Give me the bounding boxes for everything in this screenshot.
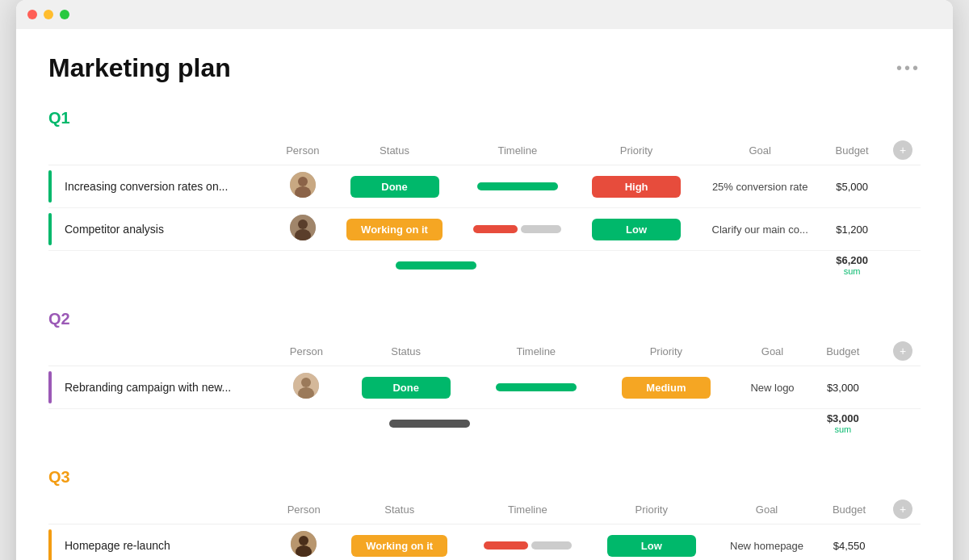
section-label-q3: Q3 — [48, 468, 921, 487]
col-add-q2: + — [875, 336, 921, 366]
task-cell: Increasing conversion rates on... — [48, 165, 275, 208]
col-add-q1: + — [880, 136, 921, 165]
col-task-q3 — [48, 495, 275, 524]
avatar — [290, 172, 316, 198]
priority-badge: Low — [607, 535, 696, 557]
person-cell — [275, 208, 331, 251]
row-action-cell — [879, 524, 921, 561]
priority-cell: High — [577, 165, 696, 208]
priority-cell: Low — [589, 524, 714, 561]
budget-cell: $5,000 — [824, 165, 880, 208]
col-status-q1: Status — [331, 136, 459, 165]
bar-segment-red — [473, 225, 518, 233]
task-cell: Rebranding campaign with new... — [48, 366, 275, 409]
row-border — [48, 371, 52, 403]
sum-bar-dark — [389, 420, 470, 428]
row-action-cell — [880, 165, 921, 208]
status-badge: Done — [350, 176, 439, 198]
table-row: Rebranding campaign with new... — [48, 366, 921, 409]
svg-point-1 — [298, 177, 308, 186]
col-priority-q2: Priority — [598, 336, 734, 366]
priority-cell: Low — [577, 208, 696, 251]
timeline-bar — [481, 383, 590, 391]
avatar — [290, 215, 316, 240]
budget-cell: $1,200 — [824, 208, 880, 251]
sum-label: sum — [819, 424, 866, 434]
bar-segment — [496, 383, 577, 391]
sum-label: sum — [832, 266, 872, 276]
close-dot[interactable] — [27, 10, 37, 19]
col-person-q3: Person — [275, 495, 333, 524]
row-action-cell — [875, 366, 921, 409]
table-row: Homepage re-launch — [48, 524, 921, 561]
titlebar — [16, 0, 953, 29]
app-window: Marketing plan ••• Q1 Person Status Time… — [16, 0, 953, 560]
bar-segment — [477, 182, 558, 190]
col-priority-q3: Priority — [589, 495, 714, 524]
sum-bar — [396, 261, 476, 270]
bar-segment-gray — [521, 225, 561, 233]
task-name: Competitor analysis — [65, 223, 164, 236]
maximize-dot[interactable] — [60, 10, 69, 19]
add-column-q3-button[interactable]: + — [893, 499, 912, 519]
budget-cell: $4,550 — [820, 524, 879, 561]
sum-timeline — [57, 420, 803, 428]
section-label-q1: Q1 — [48, 109, 921, 127]
col-timeline-q1: Timeline — [458, 136, 577, 165]
priority-badge: Low — [592, 219, 681, 240]
more-options-button[interactable]: ••• — [896, 59, 921, 77]
bar-segment-gray — [531, 541, 572, 550]
add-column-q2-button[interactable]: + — [893, 341, 912, 361]
person-cell — [275, 524, 333, 561]
status-cell: Working on it — [333, 524, 466, 561]
q1-table: Person Status Timeline Priority Goal Bud… — [48, 136, 921, 284]
svg-point-10 — [299, 536, 308, 545]
task-name: Rebranding campaign with new... — [65, 381, 231, 394]
table-row: Competitor analysis — [48, 208, 921, 251]
avatar — [291, 531, 317, 557]
col-budget-q3: Budget — [820, 495, 879, 524]
col-budget-q1: Budget — [824, 136, 880, 165]
add-column-q1-button[interactable]: + — [893, 140, 912, 160]
person-cell — [275, 165, 331, 208]
priority-badge: High — [592, 176, 681, 198]
section-label-q2: Q2 — [48, 310, 921, 328]
col-budget-q2: Budget — [811, 336, 875, 366]
status-cell: Done — [338, 366, 474, 409]
status-badge: Working on it — [351, 535, 447, 557]
minimize-dot[interactable] — [44, 10, 53, 19]
avatar — [293, 373, 319, 399]
q2-table: Person Status Timeline Priority Goal Bud… — [48, 336, 921, 442]
svg-point-7 — [301, 378, 311, 387]
timeline-cell — [473, 366, 598, 409]
goal-cell: 25% conversion rate — [696, 165, 824, 208]
col-priority-q1: Priority — [577, 136, 696, 165]
sum-timeline — [57, 261, 816, 270]
priority-badge: Medium — [622, 377, 711, 399]
sum-budget: $6,200 — [836, 254, 868, 266]
col-person-q2: Person — [275, 336, 338, 366]
row-action-cell — [880, 208, 921, 251]
sum-spacer — [48, 409, 811, 443]
col-goal-q3: Goal — [714, 495, 820, 524]
sum-budget: $3,000 — [827, 412, 859, 424]
col-add-q3: + — [879, 495, 921, 524]
timeline-bar — [466, 225, 568, 233]
timeline-cell — [466, 524, 589, 561]
table-row: Increasing conversion rates on... — [48, 165, 921, 208]
task-cell: Competitor analysis — [48, 208, 275, 251]
task-name: Increasing conversion rates on... — [65, 180, 228, 193]
page-header: Marketing plan ••• — [48, 53, 921, 83]
goal-cell: New homepage — [714, 524, 820, 561]
person-cell — [275, 366, 338, 409]
timeline-bar — [466, 182, 568, 190]
timeline-bar — [474, 541, 581, 550]
status-badge: Working on it — [346, 219, 443, 240]
timeline-cell — [458, 165, 577, 208]
main-content: Marketing plan ••• Q1 Person Status Time… — [16, 29, 953, 560]
col-goal-q1: Goal — [696, 136, 824, 165]
sum-budget-cell: $3,000 sum — [811, 409, 875, 443]
col-task-q1 — [48, 136, 275, 165]
sum-action — [875, 409, 921, 443]
goal-cell: Clarify our main co... — [696, 208, 824, 251]
